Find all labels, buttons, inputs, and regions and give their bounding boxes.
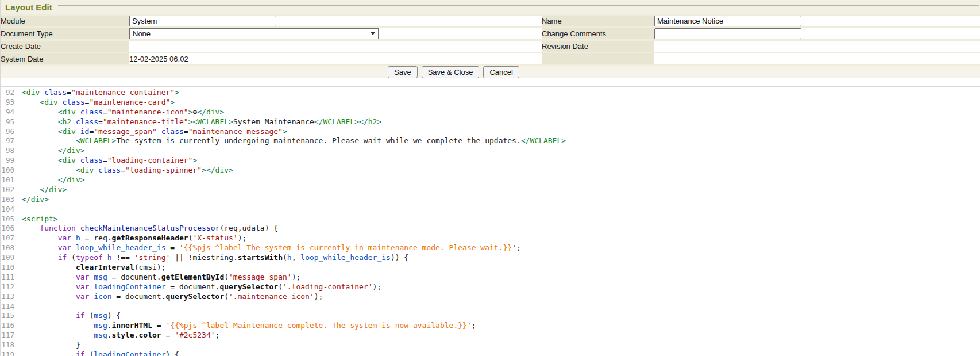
code-line: 104 — [1, 205, 980, 215]
create-date-value — [129, 40, 542, 53]
code-text: </div> — [18, 185, 67, 195]
form-row-system-date: System Date 12-02-2025 06:02 — [1, 53, 980, 65]
code-text — [18, 302, 22, 312]
code-text: var icon = document.querySelector('.main… — [18, 292, 323, 302]
line-number: 102 — [1, 185, 18, 195]
form-row-create-revision: Create Date Revision Date — [1, 40, 980, 53]
line-number: 108 — [1, 243, 18, 253]
cancel-button[interactable]: Cancel — [483, 66, 519, 78]
code-line: 93 <div class="maintenance-card"> — [1, 98, 980, 108]
line-number: 97 — [1, 136, 18, 146]
code-text: var loadingContainer = document.querySel… — [18, 282, 381, 292]
code-text: msg.style.color = '#2c5234'; — [18, 331, 219, 340]
layout-edit-page: Layout Edit Module Name Document Type No… — [0, 0, 980, 356]
code-text: <div class="maintenance-icon">⚙</div> — [18, 108, 224, 117]
code-text: } — [18, 340, 80, 350]
code-line: 110 clearInterval(cmsi); — [1, 263, 980, 273]
form-row-module-name: Module Name — [1, 15, 980, 28]
code-text: </div> — [18, 146, 85, 156]
code-text: <script> — [18, 215, 58, 224]
line-number: 101 — [1, 175, 18, 185]
fieldset-border-line — [58, 5, 979, 6]
code-line: 94 <div class="maintenance-icon">⚙</div> — [1, 108, 980, 117]
code-line: 108 var loop_while_header_is = '{{%pjs ^… — [1, 243, 980, 253]
save-and-close-button[interactable]: Save & Close — [422, 66, 480, 78]
code-line: 111 var msg = document.getElementById('m… — [1, 273, 980, 282]
line-number: 95 — [1, 117, 18, 127]
code-lines: 92<div class="maintenance-container">93 … — [1, 88, 980, 356]
form-actions: Save Save & Close Cancel — [1, 64, 980, 78]
code-line: 100 <div class="loading-spinner"></div> — [1, 166, 980, 175]
code-line: 105<script> — [1, 215, 980, 224]
code-text: clearInterval(cmsi); — [18, 263, 165, 273]
change-comments-label: Change Comments — [542, 28, 654, 40]
code-text — [18, 205, 22, 215]
document-type-select[interactable]: None — [129, 28, 379, 39]
create-date-label: Create Date — [1, 40, 129, 53]
code-line: 118 } — [1, 340, 980, 350]
document-type-label: Document Type — [1, 28, 129, 40]
module-input[interactable] — [129, 16, 276, 26]
line-number: 114 — [1, 302, 18, 312]
line-number: 119 — [1, 350, 18, 356]
code-text: msg.innerHTML = '{{%pjs ^label Maintenan… — [18, 321, 476, 331]
code-text: function checkMaintenanceStatusProcessor… — [18, 224, 278, 233]
code-line: 101 </div> — [1, 175, 980, 185]
line-number: 113 — [1, 292, 18, 302]
name-label: Name — [542, 15, 654, 28]
form-row-doctype-comments: Document Type None Change Comments — [1, 28, 980, 40]
module-label: Module — [1, 15, 129, 28]
code-text: <h2 class="maintenance-title"><WCLABEL>S… — [18, 117, 381, 127]
code-line: 119 if (loadingContainer) { — [1, 350, 980, 356]
code-line: 92<div class="maintenance-container"> — [1, 88, 980, 98]
code-text: if (loadingContainer) { — [18, 350, 179, 356]
name-input[interactable] — [654, 16, 801, 26]
code-line: 95 <h2 class="maintenance-title"><WCLABE… — [1, 117, 980, 127]
line-number: 94 — [1, 108, 18, 117]
line-number: 103 — [1, 195, 18, 205]
code-text: var loop_while_header_is = '{{%pjs ^labe… — [18, 243, 521, 253]
line-number: 92 — [1, 88, 18, 98]
line-number: 93 — [1, 98, 18, 108]
code-line: 112 var loadingContainer = document.quer… — [1, 282, 980, 292]
system-date-value: 12-02-2025 06:02 — [129, 53, 542, 65]
system-date-label: System Date — [1, 53, 129, 65]
code-text: if (msg) { — [18, 311, 121, 321]
line-number: 117 — [1, 331, 18, 340]
code-text: </div> — [18, 175, 85, 185]
document-type-selected-value: None — [133, 29, 151, 38]
code-text: </div> — [18, 195, 49, 205]
code-editor[interactable]: 92<div class="maintenance-container">93 … — [1, 86, 980, 356]
line-number: 111 — [1, 273, 18, 282]
fieldset-legend-row: Layout Edit — [1, 0, 980, 14]
code-line: 113 var icon = document.querySelector('.… — [1, 292, 980, 302]
line-number: 100 — [1, 166, 18, 175]
change-comments-input[interactable] — [654, 28, 801, 39]
code-text: <div class="loading-spinner"></div> — [18, 166, 233, 175]
line-number: 98 — [1, 146, 18, 156]
line-number: 109 — [1, 253, 18, 263]
line-number: 99 — [1, 156, 18, 166]
code-text: var msg = document.getElementById('messa… — [18, 273, 300, 282]
save-button[interactable]: Save — [388, 66, 418, 78]
line-number: 116 — [1, 321, 18, 331]
code-text: <div class="maintenance-container"> — [18, 88, 179, 98]
code-text: if (typeof h !== 'string' || !miestring.… — [18, 253, 408, 263]
code-line: 107 var h = req.getResponseHeader('X-sta… — [1, 233, 980, 243]
code-line: 116 msg.innerHTML = '{{%pjs ^label Maint… — [1, 321, 980, 331]
page-title: Layout Edit — [5, 2, 52, 12]
line-number: 107 — [1, 233, 18, 243]
layout-edit-form: Module Name Document Type None Change Co… — [1, 14, 980, 64]
line-number: 115 — [1, 311, 18, 321]
chevron-down-icon — [371, 32, 375, 35]
code-line: 114 — [1, 302, 980, 312]
empty-value-cell — [654, 53, 980, 65]
code-line: 97 <WCLABEL>The system is currently unde… — [1, 136, 980, 146]
code-line: 102 </div> — [1, 185, 980, 195]
code-line: 109 if (typeof h !== 'string' || !miestr… — [1, 253, 980, 263]
code-line: 117 msg.style.color = '#2c5234'; — [1, 331, 980, 340]
code-line: 106 function checkMaintenanceStatusProce… — [1, 224, 980, 233]
empty-label-cell — [542, 53, 654, 65]
code-line: 103</div> — [1, 195, 980, 205]
line-number: 105 — [1, 215, 18, 224]
